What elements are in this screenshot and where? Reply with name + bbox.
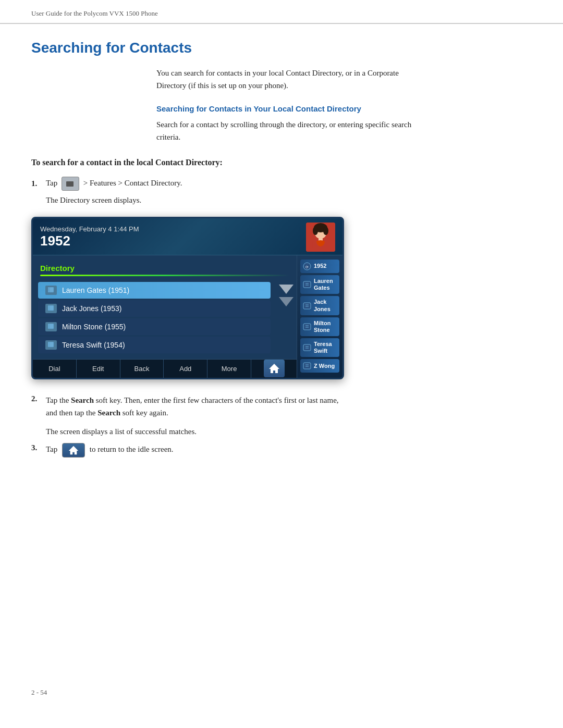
svg-rect-33	[303, 363, 311, 369]
softkey-add[interactable]: Add	[164, 360, 207, 378]
scroll-down-arrow-2[interactable]	[279, 297, 293, 306]
contact-name-4: Teresa Swift (1954)	[62, 341, 125, 349]
home-icon-button[interactable]	[264, 360, 285, 377]
softkey-edit[interactable]: Edit	[77, 360, 120, 378]
softkeys-container: Dial Edit Back Add More	[33, 359, 251, 378]
side-btn-jack[interactable]: Jack Jones	[300, 296, 339, 315]
contact-name-3: Milton Stone (1955)	[62, 323, 126, 331]
contact-row-2[interactable]: Jack Jones (1953)	[38, 300, 271, 317]
svg-rect-24	[303, 303, 311, 309]
step1-note: The Directory screen displays.	[46, 194, 532, 206]
step2-text: Tap the Search soft key. Then, enter the…	[46, 394, 348, 419]
home-tap-icon	[68, 445, 79, 455]
home-tap-button[interactable]	[62, 443, 85, 458]
svg-rect-14	[48, 324, 54, 329]
directory-divider	[40, 275, 289, 276]
step2-note: The screen displays a list of successful…	[46, 425, 532, 438]
contact-book-icon-2	[47, 305, 55, 312]
contact-row-3[interactable]: Milton Stone (1955)	[38, 318, 271, 335]
side-btn-icon-zwong	[302, 362, 312, 370]
side-btn-label-lauren: Lauren Gates	[314, 278, 337, 291]
svg-rect-12	[48, 305, 54, 311]
intro-text: You can search for contacts in your loca…	[156, 67, 427, 92]
step2-number: 2.	[31, 394, 42, 403]
side-btn-icon-lauren	[302, 280, 312, 289]
contact-name-1: Lauren Gates (1951)	[62, 286, 129, 294]
contact-icon-2	[45, 304, 57, 313]
contact-row-4[interactable]: Teresa Swift (1954)	[38, 337, 271, 353]
svg-point-3	[313, 227, 318, 235]
page-title: Searching for Contacts	[31, 40, 532, 56]
svg-marker-36	[69, 446, 78, 454]
side-btn-lauren[interactable]: Lauren Gates	[300, 275, 339, 294]
softkeys-row: Dial Edit Back Add More	[33, 359, 297, 378]
avatar-image	[306, 223, 335, 252]
subsection-heading: To search for a contact in the local Con…	[31, 158, 532, 167]
directory-label: Directory	[40, 264, 75, 273]
svg-rect-16	[48, 342, 54, 347]
step2-container: 2. Tap the Search soft key. Then, enter …	[31, 394, 532, 419]
contact-icon-4	[45, 340, 57, 350]
phone-datetime: Wednesday, February 4 1:44 PM	[40, 225, 139, 233]
side-btn-label-jack: Jack Jones	[314, 299, 337, 312]
step3-text: Tap to return to the idle screen.	[46, 443, 174, 458]
phone-top-bar: Wednesday, February 4 1:44 PM 1952	[33, 218, 342, 255]
softkey-more[interactable]: More	[207, 360, 251, 378]
step1-number: 1.	[31, 179, 42, 188]
side-btn-label-ext: 1952	[314, 263, 326, 269]
step1-text: Tap > Features > Contact Directory.	[46, 177, 182, 191]
phone-screen: Wednesday, February 4 1:44 PM 1952	[31, 217, 344, 379]
contact-book-icon-3	[47, 324, 55, 330]
breadcrumb: User Guide for the Polycom VVX 1500 Phon…	[31, 9, 158, 17]
step3-container: 3. Tap to return to the idle screen.	[31, 443, 532, 458]
svg-point-4	[323, 227, 328, 235]
contact-icon-3	[45, 322, 57, 331]
svg-rect-27	[303, 324, 311, 330]
side-btn-icon-jack	[302, 302, 312, 310]
contact-name-2: Jack Jones (1953)	[62, 304, 121, 313]
svg-rect-30	[303, 344, 311, 351]
phone-directory-panel: Directory	[33, 255, 297, 378]
contact-book-icon-4	[47, 342, 55, 348]
side-btn-label-teresa: Teresa Swift	[314, 341, 337, 354]
contact-row-1[interactable]: Lauren Gates (1951)	[38, 282, 271, 299]
contact-icon-1	[45, 286, 57, 295]
side-btn-label-zwong: Z Wong	[314, 363, 335, 369]
side-btn-icon-phone: ⟳	[302, 262, 312, 270]
section-heading: Searching for Contacts in Your Local Con…	[156, 104, 532, 113]
softkey-back[interactable]: Back	[120, 360, 164, 378]
svg-marker-18	[269, 364, 279, 373]
home-softkey[interactable]	[251, 359, 297, 378]
softkey-dial[interactable]: Dial	[33, 360, 77, 378]
side-btn-milton[interactable]: Milton Stone	[300, 317, 339, 336]
side-btn-label-milton: Milton Stone	[314, 320, 337, 334]
contact-book-icon	[47, 287, 55, 293]
svg-text:⟳: ⟳	[305, 265, 309, 269]
scroll-down-arrow-1[interactable]	[279, 285, 293, 294]
phone-avatar	[306, 223, 335, 252]
directory-header: Directory	[33, 261, 297, 275]
page-number: 2 - 54	[31, 688, 47, 696]
home-icon	[268, 363, 280, 374]
step3-number: 3.	[31, 443, 42, 452]
scroll-arrows[interactable]	[276, 280, 297, 311]
svg-rect-21	[303, 281, 311, 288]
menu-button-inline[interactable]	[62, 177, 79, 191]
menu-icon	[66, 181, 74, 187]
side-btn-ext[interactable]: ⟳ 1952	[300, 260, 339, 273]
side-btn-icon-milton	[302, 323, 312, 331]
side-btn-zwong[interactable]: Z Wong	[300, 359, 339, 373]
side-btn-icon-teresa	[302, 343, 312, 352]
phone-ext: 1952	[40, 233, 139, 249]
side-btn-teresa[interactable]: Teresa Swift	[300, 338, 339, 357]
section-desc: Search for a contact by scrolling throug…	[156, 118, 427, 143]
phone-side-buttons: ⟳ 1952 Lauren Gates	[297, 255, 342, 378]
